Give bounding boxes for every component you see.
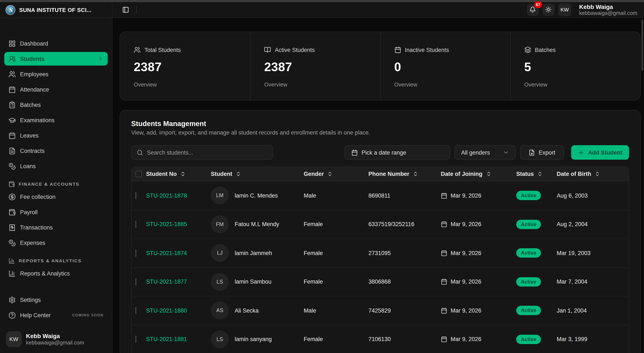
sidebar-toggle-button[interactable]: [120, 5, 131, 15]
calendar-icon: [351, 149, 358, 156]
layers-icon: [524, 46, 531, 53]
theme-toggle-button[interactable]: [542, 4, 554, 16]
student-cell: LSlamin Sambou: [211, 273, 304, 291]
date-of-joining-cell: Mar 9, 2026: [441, 192, 516, 199]
sidebar-item-contracts[interactable]: Contracts: [4, 144, 108, 158]
sidebar-item-dashboard[interactable]: Dashboard: [4, 36, 108, 50]
student-no-link[interactable]: STU-2021-1878: [146, 192, 211, 199]
avatar[interactable]: KW: [558, 4, 571, 16]
phone-cell: 2731095: [368, 250, 441, 256]
stat-overview-link[interactable]: Overview: [524, 81, 636, 88]
chevrons-up-down-icon: [594, 171, 600, 177]
sidebar-item-label: Dashboard: [20, 40, 48, 47]
student-no-link[interactable]: STU-2021-1877: [146, 279, 211, 285]
sidebar-item-help-center[interactable]: Help CenterCOMING SOON: [4, 308, 108, 322]
gender-cell: Male: [304, 308, 368, 314]
chevrons-up-down-icon: [236, 171, 241, 177]
column-header-date-of-birth[interactable]: Date of Birth: [557, 171, 629, 177]
status-cell: Active: [516, 248, 557, 258]
page-content: Total Students2387OverviewActive Student…: [112, 18, 644, 353]
column-header-phone-number[interactable]: Phone Number: [368, 171, 441, 177]
table-body: STU-2021-1878LMlamin C. MendesMale869081…: [132, 181, 629, 353]
users-round-icon: [8, 55, 16, 62]
calendar-icon: [351, 149, 358, 156]
status-badge: Active: [516, 220, 541, 229]
student-no-link[interactable]: STU-2021-1885: [146, 221, 211, 228]
sidebar-item-loans[interactable]: Loans: [4, 159, 108, 173]
stat-value: 0: [394, 60, 506, 74]
table-row[interactable]: STU-2021-1881LSlamin sanyangFemale710613…: [132, 325, 629, 353]
chevron-right-icon: [98, 56, 104, 62]
column-label: Date of Joining: [441, 171, 482, 177]
status-cell: Active: [516, 191, 557, 200]
sidebar-item-label: Payroll: [20, 209, 38, 215]
export-button[interactable]: Export: [520, 145, 564, 160]
row-checkbox[interactable]: [136, 192, 136, 199]
sidebar-item-settings[interactable]: Settings: [4, 293, 108, 306]
sidebar-item-expenses[interactable]: Expenses: [4, 236, 108, 250]
page-title: Students Management: [131, 120, 629, 128]
search-input[interactable]: [147, 149, 268, 156]
users-icon: [8, 70, 16, 78]
row-select-cell: [132, 250, 146, 256]
date-of-joining-cell: Mar 9, 2026: [441, 250, 516, 256]
stat-header: Inactive Students: [394, 46, 506, 53]
stat-overview-link[interactable]: Overview: [394, 81, 506, 88]
sidebar-item-label: Batches: [20, 102, 41, 108]
student-cell: LSlamin sanyang: [211, 330, 304, 348]
date-range-button[interactable]: Pick a date range: [344, 145, 450, 160]
student-no-link[interactable]: STU-2021-1874: [146, 250, 211, 256]
stat-header: Total Students: [134, 46, 246, 53]
table-row[interactable]: STU-2021-1874LJlamin JammehFemale2731095…: [132, 238, 629, 267]
date-of-birth-cell: Mar 7, 2004: [557, 279, 629, 285]
column-label: Date of Birth: [557, 171, 591, 177]
student-no-link[interactable]: STU-2021-1880: [146, 308, 211, 314]
stat-overview-link[interactable]: Overview: [134, 81, 246, 88]
row-checkbox[interactable]: [136, 307, 136, 314]
column-header-status[interactable]: Status: [516, 171, 557, 177]
gender-filter-select[interactable]: All genders: [454, 145, 516, 160]
row-checkbox[interactable]: [136, 336, 136, 343]
table-row[interactable]: STU-2021-1877LSlamin SambouFemale3806868…: [132, 267, 629, 296]
column-header-student[interactable]: Student: [211, 171, 304, 177]
phone-cell: 7106130: [368, 336, 441, 342]
row-checkbox[interactable]: [136, 250, 136, 257]
sidebar-item-batches[interactable]: Batches: [4, 98, 108, 112]
sidebar-item-reports-analytics[interactable]: Reports & Analytics: [4, 266, 108, 280]
sidebar-item-attendance[interactable]: Attendance: [4, 82, 108, 96]
sidebar-item-examinations[interactable]: Examinations: [4, 113, 108, 127]
column-label: Phone Number: [368, 171, 409, 177]
notifications-button[interactable]: 67: [527, 4, 538, 16]
status-cell: Active: [516, 306, 557, 315]
sidebar-item-students[interactable]: Students: [4, 52, 108, 66]
column-header-student-no[interactable]: Student No: [146, 171, 211, 177]
status-badge: Active: [516, 248, 541, 258]
sidebar-item-label: Transactions: [20, 224, 53, 230]
sidebar-user-card[interactable]: KW Kebb Waiga kebbawaiga@gmail.com: [4, 331, 108, 347]
student-no-link[interactable]: STU-2021-1881: [146, 336, 211, 342]
chevrons-up-down-icon: [413, 171, 418, 177]
table-row[interactable]: STU-2021-1878LMlamin C. MendesMale869081…: [132, 181, 629, 210]
sidebar-item-fee-collection[interactable]: Fee collection: [4, 190, 108, 204]
sidebar-item-label: Contracts: [20, 148, 45, 154]
column-header-date-of-joining[interactable]: Date of Joining: [441, 171, 516, 177]
table-row[interactable]: STU-2021-1880ASAli SeckaMale7425829Mar 9…: [132, 296, 629, 325]
topbar-user-info: Kebb Waiga kebbawaiga@gmail.com: [579, 3, 637, 16]
student-cell: LJlamin Jammeh: [211, 244, 304, 262]
stat-card-batches: Batches5Overview: [510, 32, 640, 100]
column-header-gender[interactable]: Gender: [304, 171, 368, 177]
row-checkbox[interactable]: [136, 221, 136, 228]
stat-overview-link[interactable]: Overview: [264, 81, 376, 88]
sidebar-item-payroll[interactable]: Payroll: [4, 205, 108, 219]
gender-cell: Female: [304, 279, 368, 285]
add-student-button[interactable]: Add Student: [571, 145, 629, 160]
select-all-checkbox[interactable]: [136, 171, 142, 177]
window-scrollbar[interactable]: [642, 20, 643, 71]
sidebar-item-employees[interactable]: Employees: [4, 67, 108, 81]
avatar: LS: [211, 273, 229, 291]
table-row[interactable]: STU-2021-1885FMFatou M.L MendyFemale6337…: [132, 210, 629, 238]
row-checkbox[interactable]: [136, 278, 136, 286]
brand-logo-icon: S: [6, 5, 15, 15]
sidebar-item-transactions[interactable]: Transactions: [4, 220, 108, 234]
sidebar-item-leaves[interactable]: Leaves: [4, 128, 108, 142]
